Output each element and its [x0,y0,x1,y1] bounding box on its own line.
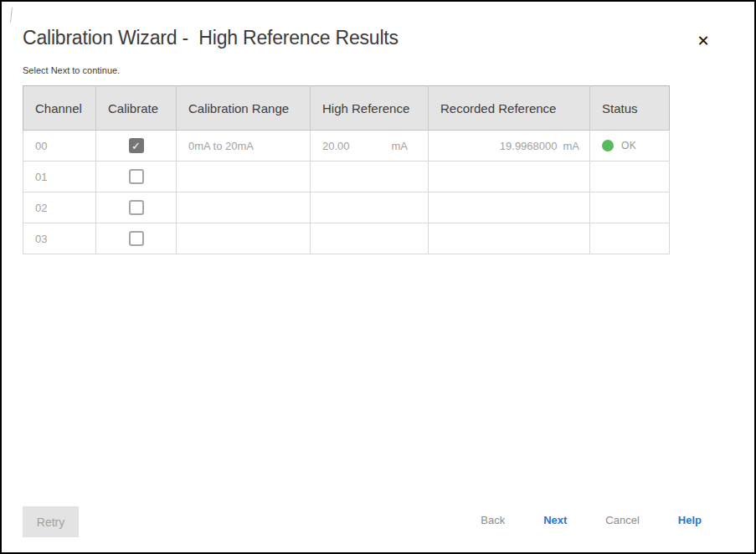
wizard-navigation: Back Next Cancel Help [481,514,702,526]
high-reference-value: 20.00 [322,140,350,152]
calibrate-cell [96,192,177,223]
status-cell [590,192,670,223]
table-row-channel-03: 03 [23,223,670,254]
table-header-row: Channel Calibrate Calibration Range High… [23,86,670,131]
recorded-reference-cell [429,223,590,254]
calibrate-checkbox-02[interactable] [129,200,144,215]
close-icon: ✕ [697,33,709,49]
high-reference-cell [311,223,429,254]
dialog-instruction: Select Next to continue. [23,65,120,75]
channel-cell: 00 [23,131,96,162]
recorded-reference-value: 19.9968000 [500,140,558,152]
column-header-recorded-reference: Recorded Reference [429,86,590,131]
cancel-button[interactable]: Cancel [605,514,639,526]
back-button[interactable]: Back [481,514,505,526]
calibration-results-table: Channel Calibrate Calibration Range High… [23,85,670,254]
high-reference-unit: mA [392,140,409,152]
table-row-channel-00: 00 ✓ 0mA to 20mA 20.00 mA 19.9968000mA [23,131,670,162]
help-button[interactable]: Help [678,514,702,526]
channel-cell: 03 [23,223,96,254]
calibrate-checkbox-03[interactable] [129,231,144,246]
status-cell [590,223,670,254]
column-header-high-reference: High Reference [311,86,429,131]
high-reference-cell [311,162,429,192]
status-ok-icon [602,140,614,151]
column-header-status: Status [590,86,670,131]
calibrate-checkbox-01[interactable] [129,169,144,184]
channel-cell: 01 [23,162,96,192]
high-reference-cell [311,192,429,223]
recorded-reference-unit: mA [563,140,580,152]
status-label: OK [621,140,636,151]
recorded-reference-cell: 19.9968000mA [429,131,590,162]
calibration-range-cell [177,162,311,192]
calibrate-cell: ✓ [96,131,177,162]
calibrate-cell [96,223,177,254]
recorded-reference-cell [429,192,590,223]
calibration-range-cell: 0mA to 20mA [177,131,311,162]
table-row-channel-01: 01 [23,162,670,192]
calibrate-cell [96,162,177,192]
calibration-range-cell [177,223,311,254]
dialog-title: Calibration Wizard - High Reference Resu… [23,27,399,49]
table-row-channel-02: 02 [23,192,670,223]
high-reference-cell: 20.00 mA [311,131,429,162]
next-button[interactable]: Next [543,514,567,526]
status-cell [590,162,670,192]
column-header-calibrate: Calibrate [96,86,177,131]
checkmark-icon: ✓ [131,140,141,152]
close-button[interactable]: ✕ [692,30,714,52]
column-header-calibration-range: Calibration Range [177,86,311,131]
column-header-channel: Channel [23,86,96,131]
channel-cell: 02 [23,192,96,223]
calibration-wizard-dialog: Calibration Wizard - High Reference Resu… [0,0,756,554]
recorded-reference-cell [429,162,590,192]
retry-button[interactable]: Retry [23,506,79,537]
status-cell: OK [590,131,670,162]
calibrate-checkbox-00[interactable]: ✓ [129,138,144,153]
calibration-range-cell [177,192,311,223]
corner-artifact [10,8,13,23]
